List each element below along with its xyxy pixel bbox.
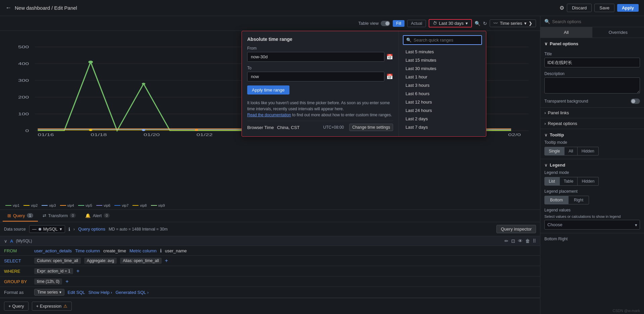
add-expression-button[interactable]: + Expression ⚠	[32, 302, 72, 311]
tab-alert[interactable]: 🔔 Alert 0	[80, 210, 114, 222]
tp-from-calendar-icon[interactable]: 📅	[386, 54, 393, 60]
back-button[interactable]: ←	[5, 4, 11, 11]
query-bar: Data source — MySQL ▾ ℹ › Query options …	[0, 222, 540, 236]
qr-item[interactable]: Last 7 days	[403, 123, 482, 131]
query-inspector-button[interactable]: Query inspector	[496, 225, 536, 233]
rp-title-input[interactable]	[544, 58, 640, 67]
qb-metric-col-label[interactable]: Metric column	[129, 248, 157, 253]
save-button[interactable]: Save	[594, 4, 614, 12]
qb-edit-icon[interactable]: ✏	[504, 238, 508, 244]
qb-select-alias[interactable]: Alias: open_time_all	[120, 258, 161, 264]
tp-from-input[interactable]	[247, 52, 384, 62]
legend-mode-list[interactable]: List	[544, 177, 559, 186]
rp-desc-input[interactable]	[544, 77, 640, 93]
query-bar-chevron: ›	[73, 227, 75, 232]
ds-info-icon[interactable]: ℹ	[68, 227, 70, 232]
ds-indicator	[39, 228, 41, 231]
qb-format-chevron: ▾	[59, 290, 61, 295]
qb-metric-info-icon[interactable]: ℹ	[160, 248, 162, 253]
tp-browser-time: Browser Time China, CST UTC+08:00 Change…	[247, 121, 393, 131]
fill-button[interactable]: Fill	[393, 20, 405, 27]
qr-item[interactable]: Last 15 minutes	[403, 56, 482, 64]
rp-tab-all[interactable]: All	[540, 27, 592, 38]
datasource-select[interactable]: — MySQL ▾	[29, 225, 65, 233]
qb-show-help-btn[interactable]: Show Help ›	[89, 290, 112, 295]
tooltip-mode-hidden[interactable]: Hidden	[578, 147, 599, 155]
tp-to-input[interactable]	[247, 72, 384, 81]
qb-collapse-icon[interactable]: ∨	[4, 239, 7, 244]
apply-button[interactable]: Apply	[617, 4, 639, 12]
rp-search-input[interactable]	[552, 19, 640, 24]
qb-select-plus[interactable]: +	[165, 258, 168, 264]
legend-mode-hidden[interactable]: Hidden	[578, 177, 599, 186]
gear-icon[interactable]: ⚙	[559, 5, 564, 11]
table-view-switch[interactable]	[381, 21, 390, 26]
tab-transform[interactable]: ⇄ Transform 0	[38, 210, 81, 222]
add-query-button[interactable]: + Query	[4, 302, 29, 311]
rp-tab-overrides[interactable]: Overrides	[592, 27, 644, 38]
qb-time-col-val: create_time	[103, 248, 126, 253]
legend-placement-bottom[interactable]: Bottom	[544, 196, 569, 204]
qb-select-agg[interactable]: Aggregate: avg	[84, 258, 117, 264]
qr-item[interactable]: Last 3 hours	[403, 81, 482, 89]
qr-item[interactable]: Last 24 hours	[403, 106, 482, 115]
tooltip-mode-single[interactable]: Single	[544, 147, 564, 155]
tp-to-label: To	[247, 66, 393, 70]
qr-search-input[interactable]	[414, 38, 479, 43]
qb-time-col-label[interactable]: Time column	[75, 248, 100, 253]
change-time-settings-button[interactable]: Change time settings	[349, 124, 393, 131]
time-range-button[interactable]: ⏱ Last 30 days ▾	[429, 19, 472, 27]
panel-type-button[interactable]: 〰 Time series ▾ ❯	[490, 19, 536, 27]
actual-button[interactable]: Actual	[407, 20, 426, 27]
tp-hint-link[interactable]: Read the documentation	[247, 113, 291, 117]
qb-where-row: WHERE Expr: action_id = 1 +	[0, 266, 540, 276]
tooltip-mode-all[interactable]: All	[564, 147, 577, 155]
query-options-link[interactable]: Query options	[78, 227, 105, 232]
magnify-icon[interactable]: 🔍	[475, 21, 480, 26]
qb-where-expr[interactable]: Expr: action_id = 1	[34, 268, 73, 274]
qb-format-select[interactable]: Time series ▾	[34, 289, 64, 296]
legend-mode-table[interactable]: Table	[559, 177, 578, 186]
tp-to-calendar-icon[interactable]: 📅	[386, 73, 393, 80]
qb-del-icon[interactable]: 🗑	[525, 238, 530, 244]
rp-legend-values-select[interactable]: Choose	[544, 220, 640, 230]
rp-panel-options-header[interactable]: ∨ Panel options	[540, 38, 644, 50]
qr-search-row: 🔍	[403, 35, 482, 45]
apply-time-button[interactable]: Apply time range	[247, 85, 289, 95]
qr-item[interactable]: Last 30 minutes	[403, 64, 482, 73]
qr-item[interactable]: Last 6 hours	[403, 89, 482, 98]
qb-select-col[interactable]: Column: open_time_all	[34, 258, 81, 264]
ds-chevron-down: ▾	[60, 227, 62, 232]
qb-copy-icon[interactable]: ⊡	[511, 238, 515, 244]
qr-item[interactable]: Last 12 hours	[403, 98, 482, 106]
qr-item[interactable]: Last 5 minutes	[403, 48, 482, 56]
query-tab-icon: ⊞	[7, 213, 11, 218]
qb-where-plus[interactable]: +	[76, 268, 79, 274]
rp-bg-toggle[interactable]	[631, 99, 640, 104]
discard-button[interactable]: Discard	[567, 4, 592, 12]
rp-repeat-options[interactable]: › Repeat options	[540, 118, 644, 129]
rp-tooltip-header[interactable]: ∨ Tooltip	[544, 132, 640, 137]
qb-group-val[interactable]: time (12h, 0)	[34, 278, 62, 285]
rp-legend-header[interactable]: ∨ Legend	[544, 163, 640, 168]
qb-metric-col-val: user_name	[165, 248, 187, 253]
tp-utc-offset: UTC+08:00	[323, 125, 344, 130]
table-view-toggle[interactable]: Table view	[358, 21, 390, 26]
qb-drag-icon[interactable]: ⠿	[533, 238, 536, 244]
qb-from-table[interactable]: user_action_details	[34, 248, 72, 253]
rp-panel-links[interactable]: › Panel links	[540, 108, 644, 118]
rp-legend-mode-group: List Table Hidden	[544, 177, 640, 186]
qb-eye-icon[interactable]: 👁	[518, 238, 523, 244]
qb-edit-sql-btn[interactable]: Edit SQL	[68, 290, 85, 295]
refresh-icon[interactable]: ↻	[483, 21, 487, 26]
qb-group-plus[interactable]: +	[65, 278, 68, 285]
query-tab-label: Query	[13, 213, 25, 218]
qb-gen-sql-btn[interactable]: Generated SQL ›	[115, 290, 149, 295]
alert-tab-badge: 0	[104, 213, 110, 218]
add-expression-label: + Expression	[36, 304, 62, 309]
legend-placement-right[interactable]: Right	[569, 196, 589, 204]
qr-item[interactable]: Last 1 hour	[403, 73, 482, 81]
qr-item[interactable]: Last 2 days	[403, 115, 482, 123]
footer-credit: CSDN @w-mark	[613, 309, 640, 313]
tab-query[interactable]: ⊞ Query 1	[3, 210, 38, 222]
